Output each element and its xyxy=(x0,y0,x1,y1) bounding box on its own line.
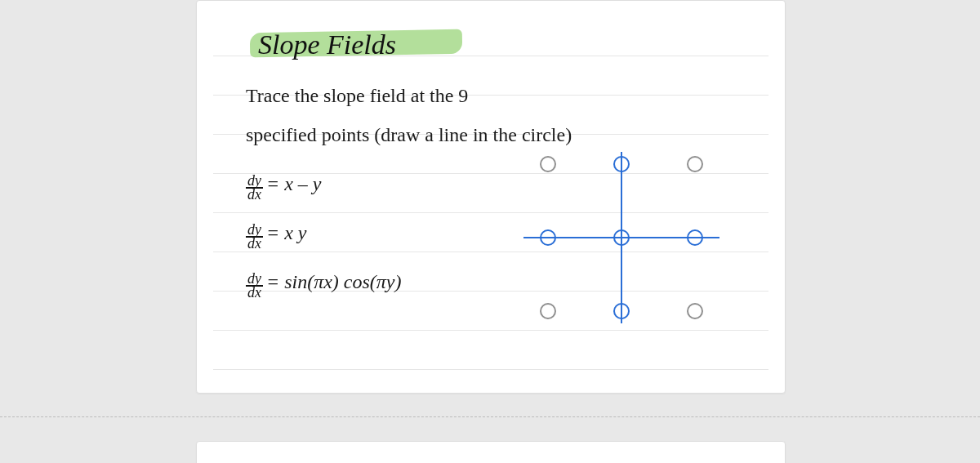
grid-point[interactable] xyxy=(687,303,703,319)
text-line-2: specified points (draw a line in the cir… xyxy=(246,107,572,146)
viewport: Slope Fields Trace the slope field at th… xyxy=(0,0,980,463)
body-text-2: specified points (draw a line in the cir… xyxy=(246,124,572,146)
grid-point[interactable] xyxy=(687,229,703,246)
equation-3-rhs: = sin(πx) cos(πy) xyxy=(266,271,402,293)
grid-point[interactable] xyxy=(613,156,630,172)
dy-dx-fraction: dy dx xyxy=(246,273,263,298)
page-title: Slope Fields xyxy=(258,29,396,60)
grid-point[interactable] xyxy=(613,229,630,246)
title-region: Slope Fields xyxy=(258,29,396,60)
grid-point[interactable] xyxy=(540,303,556,319)
next-note-card xyxy=(196,441,786,463)
dy-dx-fraction: dy dx xyxy=(246,224,263,249)
note-card: Slope Fields Trace the slope field at th… xyxy=(196,0,786,394)
equation-2-rhs: = x y xyxy=(266,222,307,244)
grid-point[interactable] xyxy=(613,303,630,319)
lined-paper: Slope Fields Trace the slope field at th… xyxy=(213,17,768,376)
text-line-1: Trace the slope field at the 9 xyxy=(246,68,468,107)
grid-point[interactable] xyxy=(540,229,556,246)
card-divider xyxy=(0,416,980,417)
equation-3: dy dx = sin(πx) cos(πy) xyxy=(246,254,402,293)
equation-1-rhs: = x – y xyxy=(266,173,322,195)
grid-point[interactable] xyxy=(687,156,703,172)
equation-1: dy dx = x – y xyxy=(246,156,322,195)
equation-2: dy dx = x y xyxy=(246,205,307,244)
dy-dx-fraction: dy dx xyxy=(246,175,263,200)
grid-point[interactable] xyxy=(540,156,556,172)
body-text-1: Trace the slope field at the 9 xyxy=(246,85,468,107)
slope-field-grid xyxy=(523,152,719,323)
